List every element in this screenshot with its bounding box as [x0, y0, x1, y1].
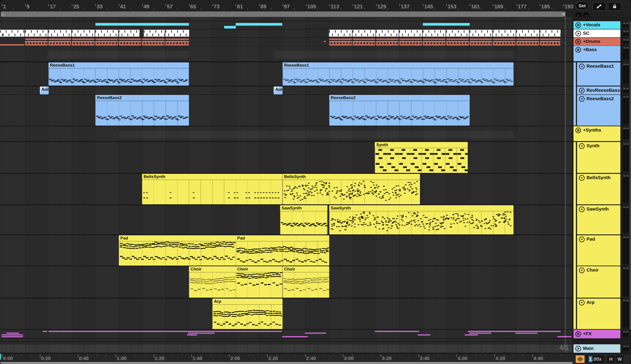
clip-bellssynth[interactable]: BellsSynth	[283, 174, 420, 204]
clip-choir[interactable]: Choir	[283, 266, 329, 298]
clip-sidechain-audio[interactable]	[119, 30, 139, 36]
drum-clip-segment[interactable]	[329, 41, 352, 42]
clip-sawsynth[interactable]: SawSynth	[280, 205, 327, 234]
clip-fx[interactable]	[465, 334, 478, 336]
clip-sidechain-audio[interactable]	[423, 30, 445, 36]
drum-clip-segment[interactable]	[493, 38, 515, 40]
down-circle-icon[interactable]	[579, 267, 585, 274]
clip-sidechain-audio[interactable]	[0, 30, 24, 36]
drum-clip-segment[interactable]	[25, 38, 48, 40]
drum-clip-segment[interactable]	[119, 44, 141, 46]
drum-clip-segment[interactable]	[353, 41, 375, 42]
track-header-choir[interactable]: Choir	[577, 266, 620, 298]
drum-clip-segment[interactable]	[540, 44, 560, 46]
arrangement-area[interactable]: ReeseBass1ReeseBass1AudAudReeseBass2Rees…	[0, 0, 631, 364]
play-circle-icon[interactable]	[575, 30, 581, 38]
clip-aud[interactable]: Aud	[40, 86, 49, 94]
clip-sidechain-audio[interactable]	[144, 30, 165, 36]
drum-clip-segment[interactable]	[329, 44, 352, 46]
audio-engine-button[interactable]	[576, 356, 584, 363]
track-header-sc[interactable]: SC	[573, 30, 620, 37]
track-lane-main[interactable]	[0, 344, 572, 353]
clip-sidechain-audio[interactable]	[95, 30, 118, 36]
clip-reesebass2[interactable]: ReeseBass2	[329, 95, 470, 126]
clip-fx[interactable]	[515, 332, 537, 334]
track-lane-vocals[interactable]	[0, 21, 572, 29]
clip-vocals[interactable]	[224, 26, 236, 28]
track-header-bass[interactable]: +Bass	[573, 46, 620, 61]
playback-speed-field[interactable]: 1.00x	[586, 356, 604, 363]
clip-sidechain-audio[interactable]	[516, 30, 539, 36]
clip-sidechain-audio[interactable]	[470, 30, 492, 36]
horizontal-scrollbar[interactable]: ▷	[1, 12, 564, 17]
drum-clip-segment[interactable]	[516, 38, 539, 40]
menu-circle-icon[interactable]	[575, 331, 581, 338]
clip-sidechain-audio[interactable]	[49, 30, 71, 36]
lock-button[interactable]	[608, 2, 621, 10]
drum-clip-segment[interactable]	[470, 41, 492, 42]
down-circle-icon[interactable]	[579, 300, 585, 307]
clip-sidechain-audio[interactable]	[329, 30, 352, 36]
drum-clip-segment[interactable]	[493, 44, 515, 46]
menu-circle-icon[interactable]	[575, 39, 581, 46]
clip-vocals[interactable]	[236, 23, 282, 26]
clip-fx[interactable]	[43, 331, 47, 332]
track-header-vocals[interactable]: +Vocals	[573, 21, 620, 29]
down-circle-icon[interactable]	[579, 206, 585, 214]
clip-fx[interactable]	[282, 336, 308, 337]
track-lane-arp[interactable]	[0, 298, 572, 329]
track-header-revreesebass1[interactable]: RevReeseBass1	[577, 86, 620, 94]
drum-clip-segment[interactable]	[399, 41, 422, 42]
clip-sidechain-audio[interactable]	[399, 30, 422, 36]
drum-clip-segment[interactable]	[353, 44, 375, 46]
drum-clip-segment[interactable]	[142, 38, 165, 40]
drum-clip-segment[interactable]	[95, 41, 118, 42]
track-header-bellssynth[interactable]: BellsSynth	[577, 174, 620, 204]
clip-fx[interactable]	[468, 331, 561, 332]
clip-arp[interactable]: Arp	[212, 298, 283, 329]
play-circle-icon[interactable]	[579, 88, 585, 95]
drum-clip-segment[interactable]	[329, 38, 352, 40]
clip-sidechain-audio[interactable]	[166, 30, 189, 36]
menu-circle-icon[interactable]	[575, 128, 581, 134]
drum-clip-segment[interactable]	[119, 38, 141, 40]
clip-sidechain-audio[interactable]	[540, 30, 560, 36]
track-header-reesebass2[interactable]: ReeseBass2	[577, 95, 620, 126]
drum-clip-segment[interactable]	[49, 38, 71, 40]
clip-sawsynth[interactable]: SawSynth	[329, 205, 513, 234]
drum-clip-segment[interactable]	[72, 44, 95, 46]
clip-pad[interactable]: Pad	[119, 235, 236, 266]
drum-clip-segment[interactable]	[376, 44, 399, 46]
play-circle-icon[interactable]	[575, 346, 581, 353]
track-lane-synth[interactable]	[0, 142, 572, 173]
track-lane-reesebass2[interactable]	[0, 95, 572, 126]
drum-clip-segment[interactable]	[25, 44, 48, 46]
track-header-arp[interactable]: Arp	[577, 298, 620, 329]
vertical-scrollbar[interactable]	[630, 21, 631, 330]
clip-fx[interactable]	[305, 332, 326, 334]
clip-fx[interactable]	[557, 336, 571, 337]
clip-fx[interactable]	[187, 334, 197, 336]
drum-clip-segment[interactable]	[399, 44, 422, 46]
clip-reesebass1[interactable]: ReeseBass1	[49, 62, 189, 86]
track-header-reesebass1[interactable]: ReeseBass1	[577, 62, 620, 86]
clip-sidechain-audio[interactable]	[376, 30, 399, 36]
clip-reesebass2[interactable]: ReeseBass2	[95, 95, 189, 126]
down-circle-icon[interactable]	[579, 96, 585, 103]
arrangement-end-flag-icon[interactable]	[561, 12, 565, 17]
clip-fx[interactable]	[188, 332, 215, 334]
clip-fx[interactable]	[7, 332, 19, 334]
clip-fx[interactable]	[2, 334, 23, 336]
track-header-fx[interactable]: +FX	[573, 330, 620, 338]
track-lane-revreesebass1[interactable]	[0, 86, 572, 94]
menu-circle-icon[interactable]	[575, 22, 581, 29]
drum-clip-segment[interactable]	[423, 44, 445, 46]
track-header-main[interactable]: Main	[573, 344, 620, 353]
drum-clip-segment[interactable]	[142, 41, 165, 42]
clip-sidechain-audio[interactable]	[446, 30, 469, 36]
drum-clip-segment[interactable]	[95, 38, 118, 40]
drum-clip-segment[interactable]	[446, 38, 469, 40]
menu-circle-icon[interactable]	[575, 47, 581, 54]
drum-clip-segment[interactable]	[470, 38, 492, 40]
drum-clip-segment[interactable]	[376, 41, 399, 42]
